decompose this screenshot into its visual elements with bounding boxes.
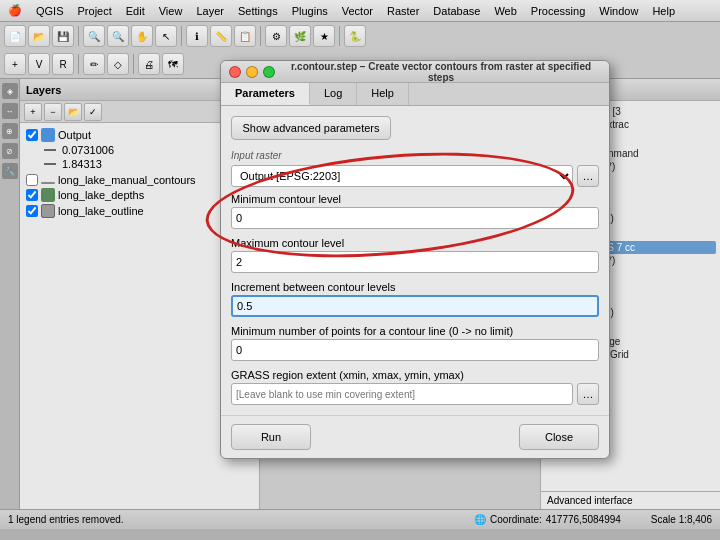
dialog-tab-parameters[interactable]: Parameters bbox=[221, 83, 310, 105]
dialog-title: r.contour.step – Create vector contours … bbox=[281, 61, 601, 83]
menu-qgis[interactable]: QGIS bbox=[36, 5, 64, 17]
max-contour-label: Maximum contour level bbox=[231, 237, 599, 249]
side-icon-4[interactable]: ⊘ bbox=[2, 143, 18, 159]
toolbar-measure[interactable]: 📏 bbox=[210, 25, 232, 47]
increment-input[interactable] bbox=[231, 295, 599, 317]
toolbar-composer[interactable]: 🗺 bbox=[162, 53, 184, 75]
extent-label: GRASS region extent (xmin, xmax, ymin, y… bbox=[231, 369, 599, 381]
side-icon-3[interactable]: ⊕ bbox=[2, 123, 18, 139]
toolbar-select[interactable]: ↖ bbox=[155, 25, 177, 47]
layer-tool-check[interactable]: ✓ bbox=[84, 103, 102, 121]
menu-raster[interactable]: Raster bbox=[387, 5, 419, 17]
min-points-label: Minimum number of points for a contour l… bbox=[231, 325, 599, 337]
extent-row: … bbox=[231, 383, 599, 405]
layer-label-depths: long_lake_depths bbox=[58, 189, 144, 201]
side-icon-5[interactable]: 🔧 bbox=[2, 163, 18, 179]
toolbar-identify[interactable]: ℹ bbox=[186, 25, 208, 47]
toolbar-saga[interactable]: ★ bbox=[313, 25, 335, 47]
extent-input[interactable] bbox=[231, 383, 573, 405]
extent-browse-btn[interactable]: … bbox=[577, 383, 599, 405]
layer-icon-depths bbox=[41, 188, 55, 202]
increment-label: Increment between contour levels bbox=[231, 281, 599, 293]
menu-processing[interactable]: Processing bbox=[531, 5, 585, 17]
menu-edit[interactable]: Edit bbox=[126, 5, 145, 17]
dialog-close-btn[interactable] bbox=[229, 66, 241, 78]
toolbar-sep-1 bbox=[78, 26, 79, 46]
scale-label: Scale bbox=[651, 514, 676, 525]
apple-menu-icon[interactable]: 🍎 bbox=[8, 4, 22, 17]
layer-checkbox-output[interactable] bbox=[26, 129, 38, 141]
max-contour-input[interactable] bbox=[231, 251, 599, 273]
statusbar-scale: Scale 1:8,406 bbox=[651, 514, 712, 525]
advanced-interface-label: Advanced interface bbox=[541, 491, 720, 509]
side-icon-1[interactable]: ◈ bbox=[2, 83, 18, 99]
toolbar-edit[interactable]: ✏ bbox=[83, 53, 105, 75]
toolbar-zoom-in[interactable]: 🔍 bbox=[83, 25, 105, 47]
dialog-min-btn[interactable] bbox=[246, 66, 258, 78]
menu-web[interactable]: Web bbox=[494, 5, 516, 17]
toolbar-row-1: 📄 📂 💾 🔍 🔍 ✋ ↖ ℹ 📏 📋 ⚙ 🌿 ★ 🐍 bbox=[0, 22, 720, 50]
layer-tool-remove[interactable]: − bbox=[44, 103, 62, 121]
dialog-body: Show advanced parameters Input raster Ou… bbox=[221, 106, 609, 415]
menu-plugins[interactable]: Plugins bbox=[292, 5, 328, 17]
toolbar-attr[interactable]: 📋 bbox=[234, 25, 256, 47]
dialog-tabs: Parameters Log Help bbox=[221, 83, 609, 106]
left-icon-bar: ◈ ↔ ⊕ ⊘ 🔧 bbox=[0, 79, 20, 509]
menu-settings[interactable]: Settings bbox=[238, 5, 278, 17]
menu-database[interactable]: Database bbox=[433, 5, 480, 17]
toolbar-new[interactable]: 📄 bbox=[4, 25, 26, 47]
dialog-close-footer-btn[interactable]: Close bbox=[519, 424, 599, 450]
toolbar-open[interactable]: 📂 bbox=[28, 25, 50, 47]
layer-icon-manual bbox=[41, 182, 55, 184]
toolbar-digitize[interactable]: ◇ bbox=[107, 53, 129, 75]
input-raster-select[interactable]: Output [EPSG:2203] bbox=[231, 165, 573, 187]
toolbar-processing[interactable]: ⚙ bbox=[265, 25, 287, 47]
menu-vector[interactable]: Vector bbox=[342, 5, 373, 17]
dialog-tab-log[interactable]: Log bbox=[310, 83, 357, 105]
menu-view[interactable]: View bbox=[159, 5, 183, 17]
menubar: 🍎 QGIS Project Edit View Layer Settings … bbox=[0, 0, 720, 22]
layer-label-output: Output bbox=[58, 129, 91, 141]
layer-checkbox-outline[interactable] bbox=[26, 205, 38, 217]
dialog-footer: Run Close bbox=[221, 415, 609, 458]
layer-icon-outline bbox=[41, 204, 55, 218]
menu-help[interactable]: Help bbox=[652, 5, 675, 17]
toolbar-sep-6 bbox=[133, 54, 134, 74]
menu-layer[interactable]: Layer bbox=[196, 5, 224, 17]
dialog-max-btn[interactable] bbox=[263, 66, 275, 78]
toolbar-print[interactable]: 🖨 bbox=[138, 53, 160, 75]
layer-checkbox-manual[interactable] bbox=[26, 174, 38, 186]
toolbar-grass[interactable]: 🌿 bbox=[289, 25, 311, 47]
toolbar-add-layer[interactable]: + bbox=[4, 53, 26, 75]
input-raster-browse-btn[interactable]: … bbox=[577, 165, 599, 187]
layer-tool-add[interactable]: + bbox=[24, 103, 42, 121]
statusbar-legend: 1 legend entries removed. bbox=[8, 514, 124, 525]
toolbar-python[interactable]: 🐍 bbox=[344, 25, 366, 47]
dialog-titlebar: r.contour.step – Create vector contours … bbox=[221, 61, 609, 83]
toolbar-save[interactable]: 💾 bbox=[52, 25, 74, 47]
coord-icon: 🌐 bbox=[474, 514, 486, 525]
menu-project[interactable]: Project bbox=[78, 5, 112, 17]
statusbar: 1 legend entries removed. 🌐 Coordinate: … bbox=[0, 509, 720, 529]
dialog-tab-help[interactable]: Help bbox=[357, 83, 409, 105]
toolbar-zoom-out[interactable]: 🔍 bbox=[107, 25, 129, 47]
layer-label-outline: long_lake_outline bbox=[58, 205, 144, 217]
coord-label: Coordinate: bbox=[490, 514, 542, 525]
side-icon-2[interactable]: ↔ bbox=[2, 103, 18, 119]
dialog-traffic-lights bbox=[229, 66, 275, 78]
toolbar-pan[interactable]: ✋ bbox=[131, 25, 153, 47]
layer-tool-open[interactable]: 📂 bbox=[64, 103, 82, 121]
run-button[interactable]: Run bbox=[231, 424, 311, 450]
menu-window[interactable]: Window bbox=[599, 5, 638, 17]
show-advanced-btn[interactable]: Show advanced parameters bbox=[231, 116, 391, 140]
input-raster-label: Input raster bbox=[231, 150, 599, 161]
min-points-input[interactable] bbox=[231, 339, 599, 361]
toolbar-add-raster[interactable]: R bbox=[52, 53, 74, 75]
toolbar-add-vector[interactable]: V bbox=[28, 53, 50, 75]
toolbar-sep-4 bbox=[339, 26, 340, 46]
layer-checkbox-depths[interactable] bbox=[26, 189, 38, 201]
scale-value: 1:8,406 bbox=[679, 514, 712, 525]
dialog-rcontour[interactable]: r.contour.step – Create vector contours … bbox=[220, 60, 610, 459]
min-contour-label: Minimum contour level bbox=[231, 193, 599, 205]
min-contour-input[interactable] bbox=[231, 207, 599, 229]
